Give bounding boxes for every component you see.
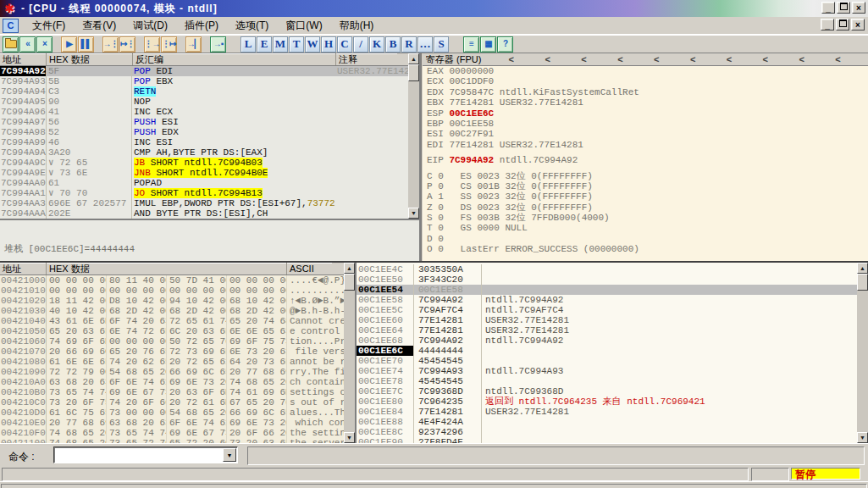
scroll-up-icon[interactable]: ▲ — [408, 53, 419, 64]
collapse-mark-icon[interactable]: < — [581, 53, 586, 65]
menu-item[interactable]: 选项(T) — [227, 18, 277, 33]
collapse-mark-icon[interactable]: < — [617, 53, 622, 65]
pane-shortcut-button[interactable]: T — [289, 36, 304, 53]
register-line[interactable]: EBP 00C1EE58 — [423, 119, 868, 129]
disasm-row[interactable]: 7C994AA061POPAD — [0, 178, 419, 188]
scrollbar-thumb[interactable] — [408, 64, 419, 81]
collapse-mark-icon[interactable]: < — [690, 53, 695, 65]
disasm-row[interactable]: 7C994AA3696E 67 202577IMUL EBP,DWORD PTR… — [0, 198, 419, 208]
register-line[interactable]: EIP 7C994A92 ntdll.7C994A92 — [423, 155, 868, 165]
restart-button[interactable]: « — [19, 36, 36, 53]
register-line[interactable]: O 0 LastErr ERROR_SUCCESS (00000000) — [423, 244, 868, 254]
menu-item[interactable]: 窗口(W) — [277, 18, 330, 33]
windows-list-button[interactable]: ≡ — [463, 36, 479, 53]
command-combobox[interactable]: ▼ — [53, 446, 238, 463]
register-line[interactable]: EDI 77E14281 USER32.77E14281 — [423, 140, 868, 150]
pane-shortcut-button[interactable]: H — [321, 36, 336, 53]
disasm-row[interactable]: 7C994A925FPOP EDIUSER32.77E14281 — [0, 66, 419, 76]
disasm-row[interactable]: 7C994A935BPOP EBX — [0, 76, 419, 86]
step-over-button[interactable]: ↦⋮ — [119, 36, 135, 53]
dump-row[interactable]: 004210A063 68 20 636F 6E 74 6169 6E 73 2… — [0, 377, 355, 387]
disasm-row[interactable]: 7C994A9641INC ECX — [0, 107, 419, 117]
dump-row[interactable]: 0042101000 00 00 0000 00 00 0000 00 00 0… — [0, 286, 355, 296]
stack-row[interactable]: 00C1EE7045454545 — [357, 356, 868, 366]
menu-item[interactable]: 调试(D) — [124, 18, 176, 33]
dump-header-address[interactable]: 地址 — [0, 263, 47, 274]
menu-item[interactable]: 文件(F) — [24, 18, 74, 33]
disassembly-scrollbar[interactable]: ▲ ▼ — [408, 53, 419, 219]
stack-row[interactable]: 00C1EE8477E14281USER32.77E14281 — [357, 407, 868, 417]
trace-over-button[interactable]: ⋮↦ — [161, 36, 177, 53]
appearance-button[interactable]: ▦ — [480, 36, 496, 53]
disasm-row[interactable]: 7C994AAA202EAND BYTE PTR DS:[ESI],CH — [0, 208, 419, 219]
minimize-button[interactable]: _ — [821, 2, 835, 14]
disasm-row[interactable]: 7C994A94C3RETN — [0, 86, 419, 97]
dump-row[interactable]: 0042109072 72 79 0054 68 65 2066 69 6C 6… — [0, 367, 355, 377]
stack-row[interactable]: 00C1EE807C964235返回到 ntdll.7C964235 来自 nt… — [357, 396, 868, 407]
stack-row[interactable]: 00C1EE884E4F424A — [357, 417, 868, 427]
scrollbar-thumb[interactable] — [344, 274, 355, 291]
scroll-down-icon[interactable]: ▼ — [344, 432, 355, 443]
column-header-hex[interactable]: HEX 数据 — [47, 53, 133, 65]
collapse-mark-icon[interactable]: < — [835, 53, 840, 65]
dump-row[interactable]: 0042106074 69 6F 6E00 00 00 0050 72 65 7… — [0, 336, 355, 347]
dump-row[interactable]: 004210B073 65 74 7469 6E 67 7320 63 6F 6… — [0, 387, 355, 397]
pane-shortcut-button[interactable]: W — [305, 36, 320, 53]
register-line[interactable]: EBX 77E14281 USER32.77E14281 — [423, 97, 868, 108]
pane-shortcut-button[interactable]: M — [273, 36, 288, 53]
collapse-mark-icon[interactable]: < — [654, 53, 659, 65]
stack-row[interactable]: 00C1EE8C92374296 — [357, 427, 868, 437]
stack-row[interactable]: 00C1EE5400C1EE58 — [357, 285, 868, 295]
goto-address-button[interactable]: →▪ — [210, 36, 226, 53]
pane-shortcut-button[interactable]: L — [240, 36, 256, 53]
collapse-mark-icon[interactable]: < — [509, 53, 514, 65]
menu-item[interactable]: 帮助(H) — [331, 18, 383, 33]
column-header-address[interactable]: 地址 — [0, 53, 47, 65]
menu-item[interactable]: 插件(P) — [176, 18, 227, 33]
dump-row[interactable]: 004210D061 6C 75 6573 00 00 0054 68 65 2… — [0, 408, 355, 418]
disasm-row[interactable]: 7C994A9590NOP — [0, 97, 419, 107]
open-button[interactable] — [3, 36, 19, 53]
register-line[interactable]: ECX 00C1DDF0 — [423, 76, 868, 86]
pane-shortcut-button[interactable]: S — [434, 36, 449, 53]
command-input[interactable] — [56, 449, 220, 461]
mdi-minimize-button[interactable]: _ — [821, 19, 834, 30]
execute-till-return-button[interactable]: →▏ — [185, 36, 202, 53]
dump-header-ascii[interactable]: ASCII — [287, 263, 332, 274]
pane-shortcut-button[interactable]: / — [353, 36, 368, 53]
stack-row[interactable]: 00C1EE6477E14281USER32.77E14281 — [357, 325, 868, 336]
collapse-mark-icon[interactable]: < — [799, 53, 804, 65]
register-line[interactable]: D 0 — [423, 234, 868, 244]
disasm-row[interactable]: 7C994A9A3A20CMP AH,BYTE PTR DS:[EAX] — [0, 147, 419, 158]
disasm-row[interactable]: 7C994A9756PUSH ESI — [0, 117, 419, 127]
disasm-row[interactable]: 7C994A9E∨ 73 6EJNB SHORT ntdll.7C994B0E — [0, 168, 419, 178]
help-button[interactable]: ? — [497, 36, 513, 53]
register-line[interactable]: EDX 7C95847C ntdll.KiFastSystemCallRet — [423, 87, 868, 97]
mdi-close-button[interactable]: × — [851, 19, 865, 30]
stack-row[interactable]: 00C1EE4C3035350A — [357, 264, 868, 274]
disasm-row[interactable]: 7C994A9946INC ESI — [0, 137, 419, 147]
dump-row[interactable]: 0042103040 10 42 0068 2D 42 0068 2D 42 0… — [0, 306, 355, 316]
collapse-mark-icon[interactable]: < — [545, 53, 550, 65]
stack-row[interactable]: 00C1EE6077E14281USER32.77E14281 — [357, 315, 868, 325]
register-line[interactable]: C 0 ES 0023 32位 0(FFFFFFFF) — [423, 171, 868, 181]
pane-shortcut-button[interactable]: C — [337, 36, 352, 53]
collapse-mark-icon[interactable]: < — [763, 53, 768, 65]
pane-shortcut-button[interactable]: R — [401, 36, 417, 53]
stack-scrollbar[interactable]: ▲ ▼ — [857, 263, 868, 443]
disasm-row[interactable]: 7C994AA1∨ 70 70JO SHORT ntdll.7C994B13 — [0, 188, 419, 198]
scroll-up-icon[interactable]: ▲ — [857, 263, 868, 274]
scroll-down-icon[interactable]: ▼ — [857, 432, 868, 443]
register-line[interactable]: T 0 GS 0000 NULL — [423, 223, 868, 233]
stack-row[interactable]: 00C1EE9027F8FD4E — [357, 437, 868, 443]
stack-row[interactable]: 00C1EE7845454545 — [357, 376, 868, 386]
restore-button[interactable] — [837, 2, 850, 14]
mdi-restore-button[interactable] — [836, 19, 849, 30]
dropdown-arrow-icon[interactable]: ▼ — [223, 448, 236, 462]
run-button[interactable]: ▶ — [61, 36, 77, 53]
dump-row[interactable]: 0042108061 6E 6E 6F74 20 62 6520 72 65 6… — [0, 357, 355, 367]
pane-shortcut-button[interactable]: K — [369, 36, 384, 53]
dump-row[interactable]: 0042102018 11 42 00D8 10 42 0094 10 42 0… — [0, 296, 355, 306]
register-line[interactable]: A 1 SS 0023 32位 0(FFFFFFFF) — [423, 191, 868, 202]
column-header-disasm[interactable]: 反汇编 — [133, 53, 336, 65]
